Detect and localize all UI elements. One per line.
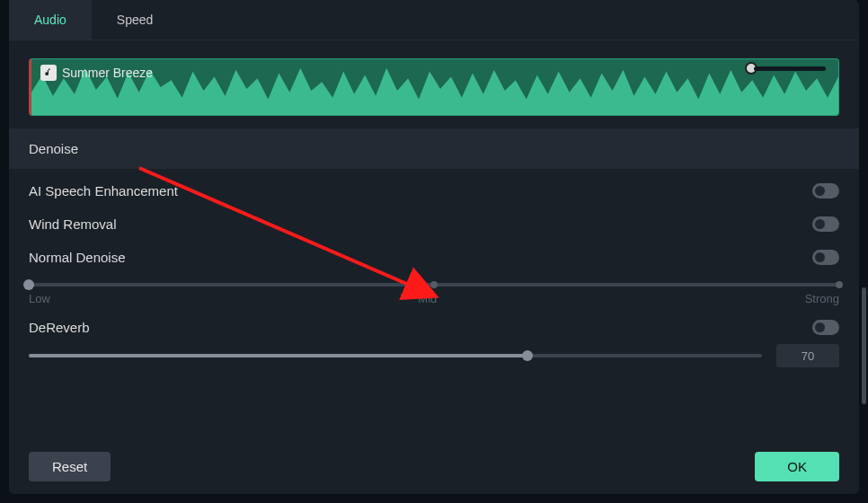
label-low: Low [29, 292, 50, 305]
toggle-dereverb[interactable] [812, 320, 839, 335]
tab-speed[interactable]: Speed [92, 0, 178, 40]
scrollbar[interactable] [862, 153, 866, 422]
panel: Summer Breeze Denoise AI Speech Enhancem… [9, 40, 859, 494]
label-normal-denoise: Normal Denoise [29, 250, 126, 265]
tab-audio[interactable]: Audio [9, 0, 92, 40]
progress-track [754, 66, 826, 71]
audio-clip[interactable]: Summer Breeze [29, 58, 839, 116]
toggle-wind-removal[interactable] [812, 216, 839, 232]
option-ai-speech: AI Speech Enhancement [9, 169, 859, 202]
label-mid: Mid [418, 292, 437, 305]
option-normal-denoise: Normal Denoise [9, 235, 859, 269]
scroll-area[interactable]: Denoise AI Speech Enhancement Wind Remov… [9, 128, 859, 439]
section-denoise: Denoise [9, 128, 859, 169]
clip-title: Summer Breeze [62, 66, 153, 80]
slider-normal-denoise[interactable]: Low Mid Strong [9, 269, 859, 305]
toggle-normal-denoise[interactable] [812, 250, 839, 265]
label-strong: Strong [805, 292, 839, 305]
dereverb-value[interactable]: 70 [776, 344, 839, 367]
slider-labels: Low Mid Strong [29, 292, 839, 305]
reset-button[interactable]: Reset [29, 452, 111, 481]
scrollbar-thumb[interactable] [862, 287, 866, 404]
label-ai-speech: AI Speech Enhancement [29, 183, 178, 199]
footer: Reset OK [9, 439, 859, 494]
label-wind-removal: Wind Removal [29, 216, 117, 232]
clip-progress[interactable] [745, 63, 826, 74]
music-note-icon [40, 65, 57, 81]
slider-tick-strong [836, 281, 843, 288]
clip-header: Summer Breeze [40, 65, 153, 81]
slider-knob-dereverb[interactable] [522, 350, 533, 361]
option-dereverb: DeReverb [9, 305, 859, 339]
slider-tick-mid [430, 281, 438, 288]
slider-dereverb[interactable]: 70 [9, 339, 859, 367]
toggle-ai-speech[interactable] [812, 183, 839, 199]
option-wind-removal: Wind Removal [9, 202, 859, 235]
slider-knob-normal-denoise[interactable] [23, 279, 34, 290]
label-dereverb: DeReverb [29, 320, 90, 335]
slider-fill-dereverb [29, 354, 527, 357]
ok-button[interactable]: OK [755, 452, 839, 481]
main-container: Audio Speed Summer Breeze Denoise [0, 0, 868, 503]
tab-bar: Audio Speed [9, 0, 859, 40]
